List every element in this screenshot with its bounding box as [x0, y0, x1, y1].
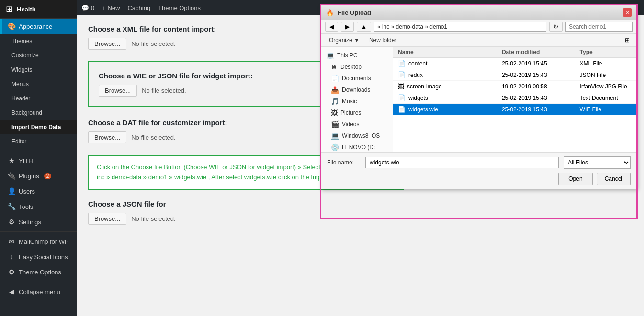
desktop-icon: 🖥 [331, 63, 338, 71]
sidebar-item-menus[interactable]: Menus [0, 77, 77, 91]
sidebar-item-settings[interactable]: ⚙ Settings [0, 214, 77, 229]
file-name: widgets.wie [408, 106, 438, 113]
sidebar-item-editor[interactable]: Editor [0, 134, 77, 149]
settings-label: Settings [19, 218, 41, 226]
dialog-files-header: Name Date modified Type [393, 47, 636, 58]
mailchimp-icon: ✉ [8, 238, 15, 245]
col-date-header: Date modified [502, 49, 580, 55]
file-row[interactable]: 🖼 screen-image 19-02-2019 00:58 IrfanVie… [393, 81, 636, 92]
dialog-toolbar: ◀ ▶ ▲ « inc » demo-data » demo1 ↻ [321, 20, 636, 34]
downloads-label: Downloads [342, 87, 370, 93]
comment-count: 0 [91, 4, 94, 11]
json-import-section: Choose a JSON file for Browse... No file… [88, 200, 633, 225]
sidebar-item-collapse[interactable]: ◀ Collapse menu [0, 284, 77, 299]
file-name: widgets [408, 95, 428, 101]
xml-browse-button[interactable]: Browse... [88, 38, 126, 50]
file-date: 25-02-2019 15:43 [502, 106, 580, 113]
site-title: Health [17, 6, 36, 13]
themes-label: Themes [11, 38, 32, 44]
windows8-icon: 💻 [331, 132, 339, 140]
file-row[interactable]: 📄 content 25-02-2019 15:45 XML File [393, 58, 636, 69]
theme-options-icon: ⚙ [8, 268, 15, 276]
view-icons: ⊞ [623, 37, 632, 44]
file-icon: 📄 [398, 60, 406, 67]
dialog-organize-bar: Organize ▼ New folder ⊞ [321, 34, 636, 47]
sidebar-item-themes[interactable]: Themes [0, 34, 77, 48]
nav-windows8[interactable]: 💻 Windows8_OS [321, 130, 393, 142]
organize-button[interactable]: Organize ▼ [326, 36, 362, 44]
dat-browse-button[interactable]: Browse... [88, 131, 126, 143]
new-folder-button[interactable]: New folder [366, 36, 399, 44]
appearance-label: Appearance [19, 23, 52, 30]
sidebar-item-mailchimp[interactable]: ✉ MailChimp for WP [0, 234, 77, 249]
file-name: redux [408, 72, 423, 78]
file-upload-dialog: 🔥 File Upload ✕ ◀ ▶ ▲ « inc » demo-data … [321, 5, 637, 189]
dialog-close-button[interactable]: ✕ [623, 8, 632, 17]
widget-no-file-text: No file selected. [142, 87, 186, 94]
sidebar-item-widgets[interactable]: Widgets [0, 63, 77, 77]
dialog-up-button[interactable]: ▲ [357, 22, 371, 32]
collapse-label: Collapse menu [19, 288, 60, 295]
sidebar-header: ⊞ Health [0, 0, 77, 19]
dialog-address-text: « inc » demo-data » demo1 [377, 23, 447, 30]
caching-label: Caching [127, 4, 150, 11]
sidebar-item-easy-social[interactable]: ↕ Easy Social Icons [0, 249, 77, 264]
settings-icon: ⚙ [8, 218, 15, 226]
sidebar-item-appearance[interactable]: 🎨 Appearance [0, 19, 77, 34]
view-icon-btn[interactable]: ⊞ [623, 36, 632, 44]
nav-videos[interactable]: 🎬 Videos [321, 119, 393, 130]
dialog-refresh-button[interactable]: ↻ [549, 22, 563, 32]
sidebar-item-yith[interactable]: ★ YITH [0, 153, 77, 168]
file-row[interactable]: 📄 widgets 25-02-2019 15:43 Text Document [393, 92, 636, 104]
filename-input[interactable] [365, 157, 559, 168]
sidebar-item-background[interactable]: Background [0, 106, 77, 120]
this-pc-label: This PC [337, 52, 358, 59]
theme-options-label: Theme Options [19, 269, 61, 276]
nav-this-pc[interactable]: 💻 This PC [321, 50, 393, 61]
sidebar-item-header[interactable]: Header [0, 91, 77, 106]
nav-music[interactable]: 🎵 Music [321, 96, 393, 107]
dialog-filename-row: File name: All Files WIE Files JSON File… [327, 156, 631, 169]
dialog-back-button[interactable]: ◀ [325, 22, 338, 32]
nav-desktop[interactable]: 🖥 Desktop [321, 61, 393, 73]
sidebar-item-import-demo[interactable]: Import Demo Data [0, 120, 77, 134]
json-browse-button[interactable]: Browse... [88, 213, 126, 225]
sidebar-item-users[interactable]: 👤 Users [0, 184, 77, 199]
firefox-icon: 🔥 [326, 9, 334, 16]
open-button[interactable]: Open [558, 173, 592, 185]
new-link[interactable]: + New [102, 4, 120, 11]
nav-documents[interactable]: 📄 Documents [321, 73, 393, 84]
nav-lenovo[interactable]: 💿 LENOVO (D: [321, 142, 393, 152]
theme-options-topbar-link[interactable]: Theme Options [158, 4, 201, 11]
sidebar-item-customize[interactable]: Customize [0, 48, 77, 63]
filename-label: File name: [327, 159, 361, 166]
sidebar-item-tools[interactable]: 🔧 Tools [0, 199, 77, 214]
comment-link[interactable]: 💬 0 [81, 4, 94, 11]
pictures-label: Pictures [340, 109, 361, 116]
plugins-icon: 🔌 [8, 172, 15, 180]
this-pc-icon: 💻 [326, 52, 334, 59]
file-date: 25-02-2019 15:45 [502, 60, 580, 67]
sidebar-item-plugins[interactable]: 🔌 Plugins 2 [0, 168, 77, 184]
documents-icon: 📄 [331, 75, 339, 82]
filetype-select[interactable]: All Files WIE Files JSON Files [564, 156, 631, 169]
sidebar-item-theme-options[interactable]: ⚙ Theme Options [0, 264, 77, 280]
nav-pictures[interactable]: 🖼 Pictures [321, 107, 393, 119]
editor-label: Editor [11, 138, 26, 145]
dialog-footer: File name: All Files WIE Files JSON File… [321, 152, 636, 189]
file-row[interactable]: 📄 widgets.wie 25-02-2019 15:43 WIE File [393, 104, 636, 115]
users-icon: 👤 [8, 187, 15, 195]
caching-link[interactable]: Caching [127, 4, 150, 11]
widget-browse-button[interactable]: Browse... [99, 85, 137, 97]
nav-downloads[interactable]: 📥 Downloads [321, 84, 393, 96]
file-date: 19-02-2019 00:58 [502, 83, 580, 90]
dialog-search-input[interactable] [565, 22, 633, 32]
import-demo-label: Import Demo Data [11, 124, 61, 131]
file-type: IrfanView JPG File [580, 83, 632, 90]
comment-icon: 💬 [81, 4, 89, 11]
sidebar-divider-2 [0, 231, 77, 232]
dialog-forward-button[interactable]: ▶ [341, 22, 354, 32]
cancel-button[interactable]: Cancel [597, 173, 631, 185]
file-rows-container: 📄 content 25-02-2019 15:45 XML File 📄 re… [393, 58, 636, 115]
file-row[interactable]: 📄 redux 25-02-2019 15:43 JSON File [393, 69, 636, 81]
